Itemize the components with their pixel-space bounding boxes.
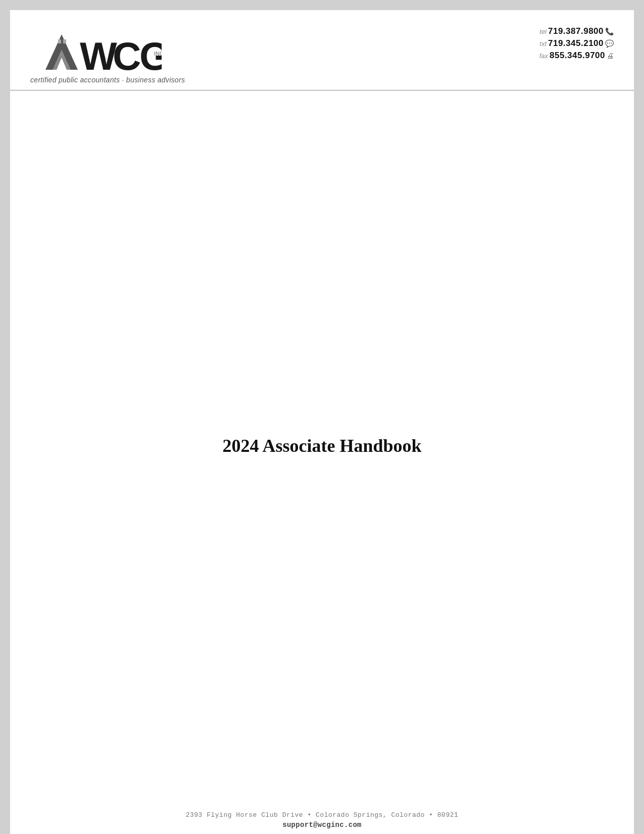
fax-number: 855.345.9700 <box>550 51 605 61</box>
logo-tagline: certified public accountants · business … <box>30 76 185 84</box>
header: W C G INC. certified public accountants … <box>10 10 634 90</box>
message-icon: 💬 <box>605 39 614 48</box>
page: W C G INC. certified public accountants … <box>10 10 634 834</box>
fax-icon: 🖨 <box>607 52 614 60</box>
contact-txt: txt 719.345.2100 💬 <box>539 38 614 49</box>
contact-tel: tel 719.387.9800 📞 <box>539 26 614 36</box>
svg-text:INC.: INC. <box>154 51 162 57</box>
phone-icon: 📞 <box>605 27 614 35</box>
footer: 2393 Flying Horse Club Drive • Colorado … <box>10 801 634 834</box>
logo-container: W C G INC. <box>30 24 162 75</box>
txt-label: txt <box>539 40 547 48</box>
contact-fax: fax 855.345.9700 🖨 <box>539 51 614 61</box>
svg-text:W: W <box>80 34 117 75</box>
svg-rect-3 <box>58 39 61 43</box>
tel-label: tel <box>539 28 547 35</box>
fax-label: fax <box>539 52 548 60</box>
logo-area: W C G INC. certified public accountants … <box>30 24 185 84</box>
contact-area: tel 719.387.9800 📞 txt 719.345.2100 💬 fa… <box>539 24 614 61</box>
handbook-title: 2024 Associate Handbook <box>222 435 421 456</box>
txt-number: 719.345.2100 <box>548 38 604 49</box>
footer-address: 2393 Flying Horse Club Drive • Colorado … <box>30 811 614 819</box>
footer-email: support@wcginc.com <box>30 821 614 829</box>
main-content: 2024 Associate Handbook <box>10 90 634 801</box>
tel-number: 719.387.9800 <box>548 26 604 36</box>
svg-text:C: C <box>113 34 141 75</box>
svg-rect-4 <box>63 39 66 43</box>
logo-svg: W C G INC. <box>30 24 162 75</box>
